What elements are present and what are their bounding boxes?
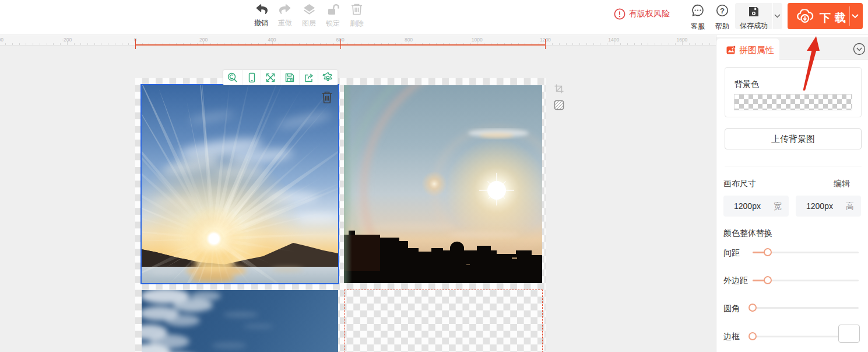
- svg-text:?: ?: [720, 6, 725, 15]
